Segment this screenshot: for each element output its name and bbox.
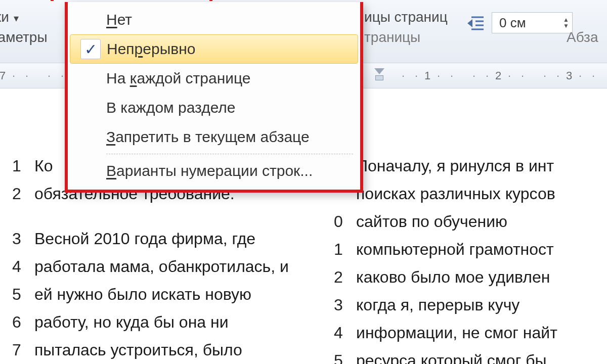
line-text[interactable]: работала мама, обанкротилась, и	[34, 257, 326, 276]
ribbon-group-label-right: траницы	[364, 29, 420, 46]
line-text[interactable]: ей нужно было искать новую	[34, 285, 326, 304]
line-number: 4	[334, 324, 356, 342]
document-line: 3Весной 2010 года фирма, где	[12, 230, 326, 248]
document-line: 4работала мама, обанкротилась, и	[12, 257, 326, 276]
document-line: 4информации, не смог найт	[334, 324, 607, 342]
ruler-tick: 7	[0, 63, 20, 88]
line-number: 2	[334, 268, 356, 287]
document-line: поисках различных курсов	[334, 185, 607, 203]
menu-item-label: В каждом разделе	[106, 99, 236, 116]
ruler-tick	[20, 63, 56, 88]
indent-marker-icon[interactable]	[374, 68, 384, 86]
line-text[interactable]: пыталась устроиться, было	[34, 341, 326, 359]
indent-left-icon[interactable]	[465, 14, 486, 32]
ruler-tick: 1	[410, 63, 445, 88]
line-number: 3	[334, 296, 356, 314]
document-line: 6работу, но куда бы она ни	[12, 313, 326, 332]
menu-item-options[interactable]: Варианты нумерации строк...	[70, 156, 358, 186]
ruler-tick	[445, 63, 481, 88]
document-line: 0сайтов по обучению	[334, 212, 607, 231]
text-column-right: Поначалу, я ринулся в интпоисках различн…	[334, 157, 607, 364]
document-line: 2каково было мое удивлен	[334, 268, 607, 287]
chevron-down-icon: ▾	[11, 13, 19, 24]
line-number: 7	[12, 341, 34, 359]
paragraph-gap	[12, 212, 326, 230]
indent-value-field[interactable]: 0 см ▲ ▼	[492, 12, 573, 33]
line-text[interactable]: каково было мое удивлен	[356, 268, 607, 287]
line-numbering-dropdown: Нет✓НепрерывноНа каждой страницеВ каждом…	[65, 2, 363, 193]
ruler-tick: 2	[481, 63, 516, 88]
line-text[interactable]: компьютерной грамотност	[356, 240, 607, 259]
line-text[interactable]: Весной 2010 года фирма, где	[34, 230, 326, 248]
document-line: 5ей нужно было искать новую	[12, 285, 326, 304]
menu-item-label: На каждой странице	[106, 70, 250, 87]
line-text[interactable]: сайтов по обучению	[356, 212, 607, 231]
ribbon-group-label-left: раметры	[0, 29, 48, 46]
line-text[interactable]: информации, не смог найт	[356, 324, 607, 342]
menu-item[interactable]: ✓Непрерывно	[70, 34, 358, 64]
indent-value: 0 см	[499, 15, 526, 31]
line-text[interactable]: когда я, перерыв кучу	[356, 296, 607, 314]
menu-item-label: Нет	[106, 11, 132, 28]
svg-marker-4	[467, 19, 472, 27]
menu-item[interactable]: На каждой странице	[70, 64, 358, 93]
ribbon-button-fragment-right[interactable]: ицы страниц	[364, 9, 448, 25]
document-line: 3когда я, перерыв кучу	[334, 296, 607, 314]
spinner-control[interactable]: ▲ ▼	[563, 17, 569, 28]
line-text[interactable]: ресурса который смог бы	[356, 351, 607, 364]
check-icon: ✓	[80, 39, 101, 59]
line-number: 2	[12, 185, 34, 203]
chevron-up-icon[interactable]: ▲	[563, 17, 569, 22]
ruler-tick	[516, 63, 551, 88]
ribbon-group-label-paragraph: Абза	[567, 29, 598, 46]
line-number: 1	[334, 240, 356, 259]
annotation-highlight-top	[51, 0, 212, 1]
ruler-tick	[587, 63, 607, 88]
line-text[interactable]: Поначалу, я ринулся в инт	[356, 157, 607, 175]
document-line: Поначалу, я ринулся в инт	[334, 157, 607, 175]
line-text[interactable]: поисках различных курсов	[356, 185, 607, 203]
line-number: 4	[12, 257, 34, 276]
menu-item[interactable]: В каждом разделе	[70, 93, 358, 122]
document-line: 7пыталась устроиться, было	[12, 341, 326, 359]
document-line: 5ресурса который смог бы	[334, 351, 607, 364]
document-line: 1компьютерной грамотност	[334, 240, 607, 259]
ribbon-button-fragment-left[interactable]: ки ▾	[0, 9, 19, 25]
menu-item[interactable]: Запретить в текущем абзаце	[70, 122, 358, 152]
menu-item-label: Непрерывно	[107, 40, 195, 58]
menu-item-label: Запретить в текущем абзаце	[106, 128, 310, 146]
line-number: 5	[334, 351, 356, 364]
line-number: 3	[12, 230, 34, 248]
ruler-tick: 3	[551, 63, 587, 88]
menu-separator	[106, 154, 353, 154]
line-number: 5	[12, 285, 34, 304]
line-number: 0	[334, 212, 356, 231]
line-text[interactable]: работу, но куда бы она ни	[34, 313, 326, 332]
indent-control-group: 0 см ▲ ▼	[465, 12, 573, 33]
chevron-down-icon[interactable]: ▼	[563, 23, 569, 28]
line-number: 6	[12, 313, 34, 332]
menu-item-label: Варианты нумерации строк...	[106, 162, 313, 179]
line-number: 1	[12, 157, 34, 175]
menu-item[interactable]: Нет	[70, 5, 358, 34]
